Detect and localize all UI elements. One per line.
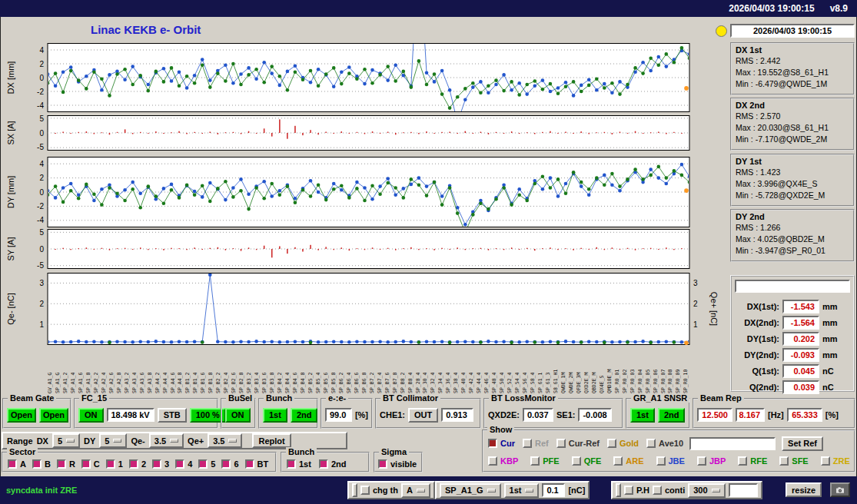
sector-toggle-5[interactable]: 5 (198, 459, 215, 469)
sector-checkbox-2[interactable] (129, 459, 138, 469)
bunch-1st-button[interactable]: 1st (263, 408, 287, 423)
fc15-on-button[interactable]: ON (78, 408, 104, 423)
sigma-visible-toggle[interactable]: visible (378, 459, 417, 469)
bunch-2nd-button[interactable]: 2nd (291, 408, 318, 423)
show-checkbox-sfe[interactable] (779, 456, 789, 466)
bunch-mode-select[interactable]: 1st (504, 483, 540, 498)
sector-mode-select[interactable]: A (401, 483, 430, 498)
che1-state-button[interactable]: OUT (408, 408, 438, 423)
show-toggle-qfe[interactable]: QFE (572, 456, 602, 466)
panel-grip-handle[interactable] (616, 483, 621, 497)
range-qep-select[interactable]: 3.5 (208, 433, 242, 448)
bpm-label: SP_B3_6 (262, 347, 267, 393)
show-toggle-ref[interactable]: Ref (523, 439, 549, 448)
show-toggle-cur[interactable]: Cur (488, 439, 515, 448)
bunch-toggle-2nd[interactable]: 2nd (319, 459, 347, 469)
show-toggle-gold[interactable]: Gold (607, 439, 639, 448)
sector-toggle-1[interactable]: 1 (106, 459, 123, 469)
conti-label: conti (665, 486, 685, 495)
sector-toggle-bt[interactable]: BT (245, 459, 269, 469)
show-row1: CurRefCur-RefGoldAve10 (488, 439, 683, 448)
sector-checkbox-a[interactable] (8, 459, 17, 469)
bpm-label: SP_B6_6 (354, 347, 360, 393)
show-checkbox-ave10[interactable] (646, 439, 656, 448)
sector-checkbox-5[interactable] (198, 459, 208, 469)
chart-qe: 332211Qe- [nC]Qe+ [nC] (0, 273, 722, 345)
show-toggle-cur-ref[interactable]: Cur-Ref (556, 439, 600, 448)
bpm-label: SP_B5_2 (308, 347, 314, 393)
bpm-label: SP_R0_03 (630, 347, 636, 393)
show-checkbox-cur-ref[interactable] (556, 439, 566, 448)
replot-button[interactable]: Replot (252, 433, 291, 448)
conti-checkbox[interactable] (653, 486, 662, 495)
count-select[interactable]: 300 (688, 483, 725, 498)
bunch-filter-title: Bunch (286, 447, 317, 456)
show-checkbox-ref[interactable] (523, 439, 532, 448)
busel-on-button[interactable]: ON (225, 408, 251, 423)
show-toggle-ave10[interactable]: Ave10 (646, 439, 683, 448)
gr-snsr-1st-button[interactable]: 1st (630, 408, 655, 423)
show-toggle-jbp[interactable]: JBP (697, 456, 726, 466)
bunch-toggle-1st[interactable]: 1st (287, 459, 311, 469)
sector-checkbox-3[interactable] (152, 459, 161, 469)
resize-button[interactable]: resize (786, 482, 822, 497)
sector-toggle-a[interactable]: A (8, 459, 26, 469)
sector-toggle-c[interactable]: C (81, 459, 100, 469)
sector-toggle-4[interactable]: 4 (175, 459, 192, 469)
show-checkbox-kbp[interactable] (488, 456, 497, 466)
sector-toggle-3[interactable]: 3 (152, 459, 169, 469)
show-checkbox-pfe[interactable] (530, 456, 540, 466)
sector-checkbox-b[interactable] (32, 459, 42, 469)
sector-checkbox-c[interactable] (81, 459, 91, 469)
show-checkbox-jbe[interactable] (656, 456, 666, 466)
set-ref-input[interactable] (689, 437, 776, 450)
bpm-select[interactable]: SP_A1_G (440, 483, 501, 498)
sector-checkbox-4[interactable] (175, 459, 184, 469)
show-checkbox-gold[interactable] (607, 439, 616, 448)
sigma-visible-checkbox[interactable] (378, 459, 387, 469)
sector-checkbox-bt[interactable] (245, 459, 254, 469)
range-dy-label: DY (84, 436, 95, 446)
count-input[interactable] (729, 483, 758, 497)
range-dy-select[interactable]: 5 (99, 433, 127, 448)
ph-checkbox[interactable] (624, 486, 633, 495)
sector-toggle-b[interactable]: B (32, 459, 51, 469)
show-toggle-zre[interactable]: ZRE (821, 456, 850, 466)
bunch-checkbox-2nd[interactable] (319, 459, 328, 469)
beam-gate-open2-button[interactable]: Open (39, 408, 68, 423)
sector-checkbox-r[interactable] (57, 459, 66, 469)
show-toggle-kbp[interactable]: KBP (488, 456, 518, 466)
camera-button[interactable] (830, 482, 850, 497)
fc15-stb-button[interactable]: STB (158, 408, 187, 423)
show-toggle-rfe[interactable]: RFE (738, 456, 767, 466)
show-toggle-jbe[interactable]: JBE (656, 456, 685, 466)
sector-checkbox-1[interactable] (106, 459, 115, 469)
gr-snsr-2nd-button[interactable]: 2nd (658, 408, 686, 423)
sector-toggle-6[interactable]: 6 (221, 459, 238, 469)
show-toggle-are[interactable]: ARE (613, 456, 643, 466)
stat-line: Min : -7.170@QWDE_2M (736, 134, 849, 145)
stat-box-1: DX 1stRMS : 2.442Max : 19.552@S8_61_H1Mi… (730, 42, 855, 95)
show-toggle-sfe[interactable]: SFE (779, 456, 808, 466)
sector-toggle-r[interactable]: R (57, 459, 75, 469)
range-qem-select[interactable]: 3.5 (149, 433, 184, 448)
sector-checkbox-6[interactable] (221, 459, 231, 469)
show-checkbox-qfe[interactable] (572, 456, 581, 466)
svg-text:3: 3 (39, 279, 44, 287)
threshold-field[interactable]: 0.1 (542, 483, 565, 497)
show-toggle-pfe[interactable]: PFE (530, 456, 559, 466)
sector-toggle-2[interactable]: 2 (129, 459, 146, 469)
bpm-label: SP_B8_2 (400, 347, 406, 393)
beam-gate-open1-button[interactable]: Open (7, 408, 36, 423)
bunch-checkbox-1st[interactable] (287, 459, 296, 469)
chg-th-checkbox[interactable] (360, 486, 370, 495)
show-checkbox-cur[interactable] (488, 439, 497, 448)
range-dx-select[interactable]: 5 (52, 433, 80, 448)
panel-grip-handle[interactable] (352, 483, 357, 497)
show-checkbox-are[interactable] (613, 456, 623, 466)
show-checkbox-jbp[interactable] (697, 456, 706, 466)
bpm-label: SP_B4_4 (285, 347, 291, 393)
set-ref-button[interactable]: Set Ref (782, 436, 823, 451)
show-checkbox-zre[interactable] (821, 456, 830, 466)
show-checkbox-rfe[interactable] (738, 456, 747, 466)
